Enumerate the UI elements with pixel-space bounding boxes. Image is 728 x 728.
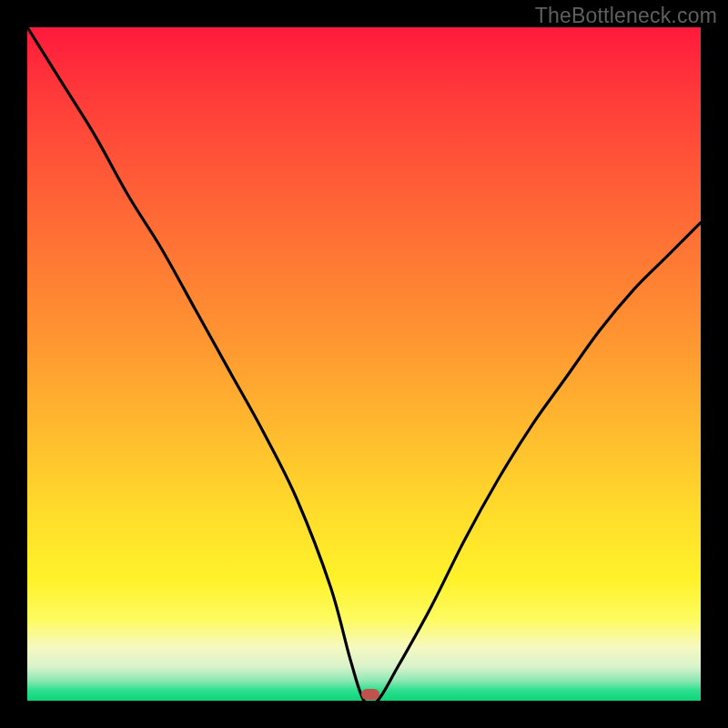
watermark-text: TheBottleneck.com (535, 4, 717, 28)
chart-frame: TheBottleneck.com (0, 0, 728, 728)
bottleneck-curve (27, 27, 701, 701)
plot-area (27, 27, 701, 701)
curve-path (27, 27, 701, 701)
optimal-point-marker (361, 689, 379, 700)
